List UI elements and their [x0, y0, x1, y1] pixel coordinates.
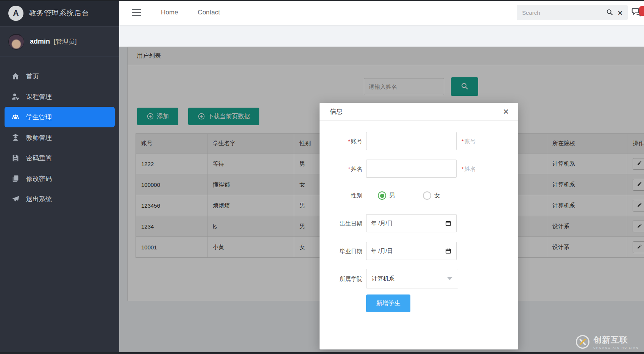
add-student-button[interactable]: 新增学生	[366, 294, 410, 312]
gender-male-label: 男	[389, 192, 395, 200]
name-label: *姓名	[302, 166, 362, 173]
sidebar-item-change-password[interactable]: 修改密码	[0, 168, 119, 189]
gender-female-radio[interactable]	[423, 191, 431, 200]
sidebar-menu: 首页 课程管理 学生管理 教师管理 密码重置	[0, 66, 119, 209]
user-name: admin	[30, 38, 50, 45]
sidebar-item-label: 退出系统	[26, 195, 52, 204]
birth-date-input[interactable]: 年 /月/日	[366, 214, 457, 232]
watermark-subtitle: CHUANG XIN HU LIAN	[593, 346, 639, 349]
search-clear-icon[interactable]: ×	[618, 9, 622, 17]
modal-title: 信息	[330, 107, 343, 116]
nav-link-home[interactable]: Home	[161, 9, 178, 16]
notification-badge	[639, 6, 644, 16]
birth-date-label: 出生日期	[302, 220, 362, 227]
sidebar-item-password-reset[interactable]: 密码重置	[0, 148, 119, 168]
search-icon[interactable]	[606, 8, 614, 17]
required-mark: *	[462, 138, 464, 144]
sidebar-item-label: 学生管理	[26, 113, 52, 122]
account-hint: *账号	[462, 138, 476, 145]
college-select[interactable]: 计算机系	[366, 269, 458, 288]
name-hint: *姓名	[462, 166, 476, 173]
user-block: admin [管理员]	[0, 27, 119, 57]
brand-logo-icon: A	[8, 6, 23, 21]
window-edge-bottom	[0, 352, 644, 354]
window-edge-top	[0, 0, 644, 1]
account-input[interactable]	[366, 132, 457, 150]
sidebar-item-students[interactable]: 学生管理	[5, 107, 115, 127]
brand: A 教务管理系统后台	[0, 0, 119, 27]
navbar-search-box: ×	[517, 5, 628, 20]
hamburger-menu-icon[interactable]	[132, 9, 141, 16]
date-placeholder: 年 /月/日	[371, 247, 393, 255]
floppy-icon	[11, 154, 20, 162]
sidebar-item-home[interactable]: 首页	[0, 66, 119, 86]
gender-label: 性别	[302, 192, 362, 199]
nav-link-contact[interactable]: Contact	[198, 9, 220, 16]
exit-icon	[11, 195, 20, 203]
graduation-date-input[interactable]: 年 /月/日	[366, 242, 457, 260]
close-icon[interactable]: ×	[503, 107, 509, 116]
college-label: 所属学院	[302, 276, 362, 283]
users-icon	[11, 113, 20, 121]
modal-header: 信息 ×	[320, 103, 518, 121]
account-label: *账号	[302, 138, 362, 145]
notifications[interactable]	[632, 6, 644, 21]
date-placeholder: 年 /月/日	[371, 220, 393, 227]
navbar-search-input[interactable]	[517, 9, 606, 16]
required-mark: *	[348, 138, 350, 144]
sidebar-item-label: 首页	[26, 72, 39, 81]
brand-title: 教务管理系统后台	[29, 8, 89, 18]
watermark-title: 创新互联	[593, 334, 639, 346]
sidebar-item-teachers[interactable]: 教师管理	[0, 127, 119, 148]
avatar	[8, 34, 24, 50]
college-select-value: 计算机系	[372, 275, 395, 282]
copy-icon	[11, 174, 20, 183]
sidebar-item-courses[interactable]: 课程管理	[0, 86, 119, 107]
info-modal: 信息 × *账号 *账号 *姓名 *姓名 性别 男 女 出生日期 年 /月/日	[320, 103, 518, 349]
user-gear-icon	[11, 92, 20, 101]
watermark-logo-icon	[576, 335, 589, 349]
sidebar-item-label: 密码重置	[26, 154, 52, 163]
required-mark: *	[462, 166, 464, 172]
calendar-icon[interactable]	[445, 247, 452, 254]
gender-male-radio[interactable]	[378, 191, 386, 200]
name-input[interactable]	[366, 160, 457, 178]
watermark: 创新互联 CHUANG XIN HU LIAN	[576, 334, 639, 349]
user-role: [管理员]	[54, 37, 76, 46]
teacher-icon	[11, 133, 20, 142]
gender-female-label: 女	[434, 192, 440, 200]
graduation-date-label: 毕业日期	[302, 248, 362, 255]
sidebar: A 教务管理系统后台 admin [管理员] 首页 课程管理 学生管理	[0, 0, 119, 354]
sidebar-item-label: 课程管理	[26, 92, 52, 101]
sidebar-item-label: 教师管理	[26, 133, 52, 142]
home-icon	[11, 72, 20, 80]
sidebar-item-logout[interactable]: 退出系统	[0, 189, 119, 209]
required-mark: *	[348, 166, 350, 172]
chevron-down-icon	[447, 277, 452, 280]
calendar-icon[interactable]	[445, 220, 452, 227]
sidebar-item-label: 修改密码	[26, 174, 52, 183]
gender-row: 性别 男 女	[320, 191, 518, 201]
top-navbar: Home Contact ×	[119, 0, 644, 25]
